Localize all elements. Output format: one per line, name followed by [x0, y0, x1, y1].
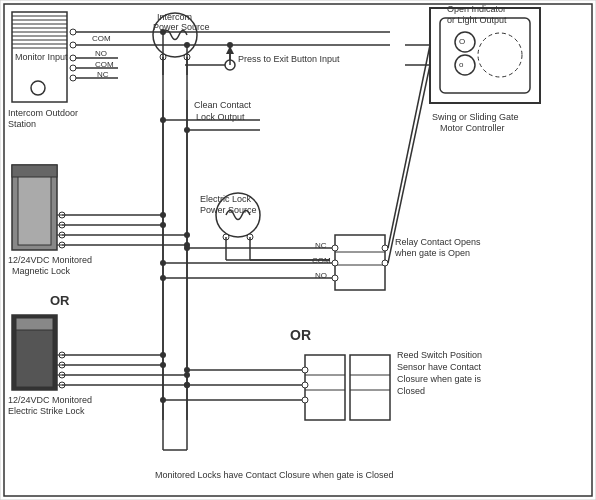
svg-point-15	[70, 42, 76, 48]
intercom-power-label: Intercom	[157, 12, 192, 22]
svg-rect-120	[350, 355, 390, 420]
svg-point-40	[160, 29, 166, 35]
press-to-exit-label: Press to Exit Button Input	[238, 54, 340, 64]
electric-strike-label: 12/24VDC Monitored	[8, 395, 92, 405]
svg-text:Closure when gate is: Closure when gate is	[397, 374, 482, 384]
svg-point-126	[302, 382, 308, 388]
svg-text:Electric Strike Lock: Electric Strike Lock	[8, 406, 85, 416]
svg-rect-119	[305, 355, 345, 420]
svg-point-106	[332, 260, 338, 266]
svg-point-14	[70, 29, 76, 35]
svg-point-97	[478, 33, 522, 77]
relay-contact-label: Relay Contact Opens	[395, 237, 481, 247]
svg-rect-52	[18, 170, 51, 245]
electric-lock-power-label: Electric Lock	[200, 194, 252, 204]
clean-contact-label: Clean Contact	[194, 100, 252, 110]
svg-text:or Light Output: or Light Output	[447, 15, 507, 25]
svg-point-114	[382, 245, 388, 251]
svg-point-107	[332, 275, 338, 281]
intercom-outdoor-label: Intercom Outdoor	[8, 108, 78, 118]
magnetic-lock-label: 12/24VDC Monitored	[8, 255, 92, 265]
monitor-input-label: Monitor Input	[15, 52, 68, 62]
monitored-locks-note: Monitored Locks have Contact Closure whe…	[155, 470, 394, 480]
svg-point-95	[455, 55, 475, 75]
com-label-1: COM	[92, 34, 111, 43]
swing-gate-label: Swing or Sliding Gate	[432, 112, 519, 122]
or-label-1: OR	[50, 293, 70, 308]
svg-point-17	[70, 65, 76, 71]
svg-point-18	[70, 75, 76, 81]
wiring-diagram: Monitor Input Intercom Outdoor Station C…	[0, 0, 596, 500]
com-label-2: COM	[95, 60, 114, 69]
svg-text:Closed: Closed	[397, 386, 425, 396]
svg-point-141	[160, 117, 166, 123]
no-label-1: NO	[95, 49, 107, 58]
svg-text:Power Source: Power Source	[200, 205, 257, 215]
reed-switch-label: Reed Switch Position	[397, 350, 482, 360]
svg-text:o: o	[459, 60, 464, 69]
svg-text:O: O	[459, 37, 465, 46]
svg-point-12	[31, 81, 45, 95]
svg-point-41	[184, 42, 190, 48]
svg-rect-53	[12, 165, 57, 177]
svg-text:when gate is Open: when gate is Open	[394, 248, 470, 258]
svg-point-105	[332, 245, 338, 251]
svg-point-127	[302, 397, 308, 403]
svg-rect-102	[335, 235, 385, 290]
or-label-2: OR	[290, 327, 311, 343]
svg-text:Sensor have Contact: Sensor have Contact	[397, 362, 482, 372]
nc-label-1: NC	[97, 70, 109, 79]
svg-text:Motor Controller: Motor Controller	[440, 123, 505, 133]
svg-point-37	[227, 42, 233, 48]
svg-point-16	[70, 55, 76, 61]
svg-rect-73	[16, 318, 53, 330]
open-indicator-label: Open Indicator	[447, 4, 506, 14]
svg-text:Station: Station	[8, 119, 36, 129]
svg-point-115	[382, 260, 388, 266]
svg-text:Magnetic Lock: Magnetic Lock	[12, 266, 71, 276]
svg-point-142	[184, 127, 190, 133]
svg-point-125	[302, 367, 308, 373]
